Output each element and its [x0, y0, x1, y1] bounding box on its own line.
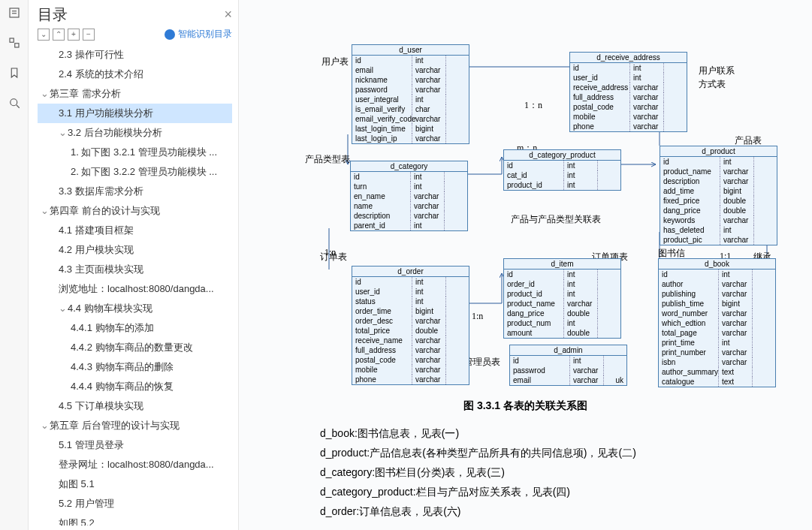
outline-icon[interactable] — [8, 6, 21, 23]
desc-line: d_category_product:栏目与产品对应关系表，见表(四) — [320, 482, 812, 501]
db-table-d_product: d_productidintproduct_namevarchardescrip… — [660, 146, 777, 245]
toc-item[interactable]: 5.2 用户管理 — [38, 494, 232, 513]
db-table-d_order: d_orderidintuser_idintstatusintorder_tim… — [352, 266, 469, 385]
db-table-d_item: d_itemidintorder_idintproduct_idintprodu… — [503, 258, 621, 339]
toc-sidebar: 目录 × ⌄ ⌃ + − 智能识别目录 2.3 操作可行性2.4 系统的技术介绍… — [29, 0, 239, 530]
toc-item[interactable]: 3.1 用户功能模块分析 — [38, 104, 232, 123]
db-table-d_user: d_useridintemailvarcharnicknamevarcharpa… — [352, 44, 469, 144]
diagram-caption: 图 3.3.1 各表的关联关系图 — [239, 399, 812, 413]
toc-item[interactable]: 4.4.1 购物车的添加 — [38, 318, 232, 338]
toc-item[interactable]: 4.5 下订单模块实现 — [38, 396, 232, 416]
diagram-label: 用户表 — [321, 56, 349, 68]
toc-item[interactable]: 4.1 搭建项目框架 — [38, 221, 232, 240]
toc-item[interactable]: 4.3 主页面模块实现 — [38, 260, 232, 279]
collapse-all-icon[interactable]: ⌄ — [38, 29, 50, 41]
toc-item[interactable]: ⌄第三章 需求分析 — [38, 84, 232, 104]
diagram-label: 1：n — [524, 99, 542, 112]
desc-line: d_order:订单信息表，见表(六) — [320, 501, 812, 521]
toc-item[interactable]: 4.2 用户模块实现 — [38, 240, 232, 260]
bookmark-icon[interactable] — [8, 66, 21, 83]
close-icon[interactable]: × — [224, 7, 232, 23]
db-table-d_category: d_categoryidintturninten_namevarcharname… — [350, 161, 468, 231]
desc-line: d_product:产品信息表(各种类型产品所具有的共同信息项)，见表(二) — [320, 443, 812, 462]
toc-item[interactable]: 4.4.4 购物车商品的恢复 — [38, 377, 232, 396]
svg-rect-4 — [14, 44, 18, 47]
diagram-label: 1:n — [472, 311, 483, 322]
toc-item[interactable]: 5.1 管理员登录 — [38, 435, 232, 455]
svg-rect-0 — [10, 8, 19, 17]
svg-point-5 — [10, 99, 17, 106]
toc-item[interactable]: 2. 如下图 3.2.2 管理员功能模块 ... — [38, 162, 232, 182]
remove-icon[interactable]: − — [83, 29, 95, 41]
toc-item[interactable]: 1. 如下图 3.2.1 管理员功能模块 ... — [38, 143, 232, 162]
toc-item[interactable]: 3.3 数据库需求分析 — [38, 182, 232, 201]
left-iconbar — [0, 0, 29, 530]
diagram-label: 管理员表 — [464, 356, 500, 369]
toc-item[interactable]: 如图 5.2 — [38, 513, 232, 525]
toc-item[interactable]: 2.4 系统的技术介绍 — [38, 65, 232, 84]
sidebar-title: 目录 — [38, 5, 68, 25]
svg-line-6 — [17, 105, 20, 108]
toc-item[interactable]: 2.3 操作可行性 — [38, 45, 232, 65]
db-table-d_category_product: d_category_productidintcat_idintproduct_… — [503, 149, 621, 191]
toc-item[interactable]: 浏览地址：localhost:8080/dangda... — [38, 279, 232, 299]
expand-icon[interactable] — [8, 36, 21, 53]
toc-item[interactable]: ⌄3.2 后台功能模块分析 — [38, 123, 232, 143]
smart-toc-button[interactable]: 智能识别目录 — [165, 28, 232, 41]
diagram-label: 产品类型表 — [305, 153, 350, 166]
add-icon[interactable]: + — [68, 29, 80, 41]
db-table-d_book: d_bookidintauthorvarcharpublishingvarcha… — [658, 258, 776, 387]
smart-dot-icon — [165, 29, 175, 40]
diagram-label: 方式表 — [699, 78, 726, 91]
svg-rect-3 — [10, 38, 14, 42]
toc-item[interactable]: 4.4.2 购物车商品的数量更改 — [38, 338, 232, 357]
expand-all-icon[interactable]: ⌃ — [53, 29, 65, 41]
toc-item[interactable]: ⌄4.4 购物车模块实现 — [38, 299, 232, 318]
table-descriptions: d_book:图书信息表，见表(一)d_product:产品信息表(各种类型产品… — [239, 423, 812, 521]
toc-item[interactable]: 如图 5.1 — [38, 474, 232, 494]
document-content: 用户表产品类型表订单表管理员表产品与产品类型关联表订单项表用户联系方式表产品表图… — [239, 0, 812, 530]
toc-item[interactable]: ⌄第四章 前台的设计与实现 — [38, 201, 232, 221]
toc-list: 2.3 操作可行性2.4 系统的技术介绍⌄第三章 需求分析3.1 用户功能模块分… — [38, 45, 232, 525]
desc-line: d_category:图书栏目(分类)表，见表(三) — [320, 462, 812, 482]
diagram-label: 1:n — [324, 247, 336, 258]
toc-item[interactable]: ⌄第五章 后台管理的设计与实现 — [38, 416, 232, 435]
db-table-d_admin: d_adminidintpasswrodvarcharemailvarcharu… — [509, 345, 627, 386]
er-diagram: 用户表产品类型表订单表管理员表产品与产品类型关联表订单项表用户联系方式表产品表图… — [239, 3, 780, 393]
diagram-label: 用户联系 — [699, 65, 735, 77]
diagram-label: 产品与产品类型关联表 — [511, 213, 601, 226]
toc-item[interactable]: 登录网址：localhost:8080/dangda... — [38, 455, 232, 474]
desc-line: d_book:图书信息表，见表(一) — [320, 423, 812, 443]
search-icon[interactable] — [8, 96, 21, 113]
db-table-d_receive_address: d_receive_addressidintuser_idintreceive_… — [569, 52, 687, 132]
toc-item[interactable]: 4.4.3 购物车商品的删除 — [38, 357, 232, 377]
